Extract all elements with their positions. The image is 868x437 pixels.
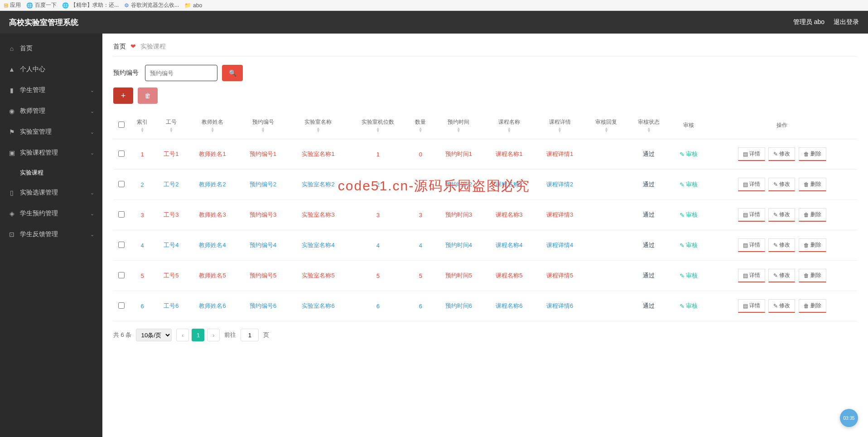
cell-yuyue[interactable]: 预约编号1 (238, 139, 289, 170)
audit-link[interactable]: ✎ 审核 (680, 302, 698, 310)
column-header[interactable]: 预约时间▲▼ (434, 112, 484, 139)
delete-row-button[interactable]: 🗑 删除 (799, 178, 826, 191)
sidebar-item-实验选课管理[interactable]: ▯实验选课管理⌄ (0, 182, 102, 203)
add-button[interactable]: + (113, 87, 133, 104)
cell-course[interactable]: 课程名称2 (484, 170, 535, 200)
sidebar-item-学生预约管理[interactable]: ◈学生预约管理⌄ (0, 203, 102, 224)
cell-detail[interactable]: 课程详情6 (535, 291, 585, 321)
detail-button[interactable]: ▤ 详情 (738, 208, 765, 222)
page-size-select[interactable]: 10条/页 (136, 329, 172, 341)
select-all-checkbox[interactable] (118, 121, 125, 128)
goto-page-input[interactable] (241, 329, 259, 341)
row-checkbox[interactable] (118, 211, 125, 218)
delete-row-button[interactable]: 🗑 删除 (799, 299, 826, 313)
logout-link[interactable]: 退出登录 (834, 18, 859, 26)
delete-row-button[interactable]: 🗑 删除 (799, 269, 826, 282)
cell-detail[interactable]: 课程详情2 (535, 170, 585, 200)
cell-gonghao[interactable]: 工号6 (155, 291, 187, 321)
column-header[interactable]: 课程详情▲▼ (535, 112, 585, 139)
column-header[interactable]: 教师姓名▲▼ (187, 112, 238, 139)
sidebar-item-学生反馈管理[interactable]: ⊡学生反馈管理⌄ (0, 224, 102, 245)
cell-time[interactable]: 预约时间5 (434, 261, 484, 291)
cell-yuyue[interactable]: 预约编号6 (238, 291, 289, 321)
cell-time[interactable]: 预约时间6 (434, 291, 484, 321)
cell-time[interactable]: 预约时间4 (434, 230, 484, 261)
cell-lab[interactable]: 实验室名称1 (289, 139, 348, 170)
audit-link[interactable]: ✎ 审核 (680, 272, 698, 280)
detail-button[interactable]: ▤ 详情 (738, 147, 765, 161)
detail-button[interactable]: ▤ 详情 (738, 269, 765, 282)
cell-teacher[interactable]: 教师姓名6 (187, 291, 238, 321)
cell-time[interactable]: 预约时间2 (434, 170, 484, 200)
delete-row-button[interactable]: 🗑 删除 (799, 208, 826, 222)
column-header[interactable]: 索引▲▼ (130, 112, 155, 139)
bookmark-apps[interactable]: ⊞应用 (4, 1, 21, 9)
column-header[interactable]: 预约编号▲▼ (238, 112, 289, 139)
edit-button[interactable]: ✎ 修改 (768, 178, 795, 191)
delete-button[interactable]: 🗑 (138, 87, 158, 104)
column-header[interactable]: 实验室名称▲▼ (289, 112, 348, 139)
column-header[interactable]: 审核状态▲▼ (627, 112, 670, 139)
edit-button[interactable]: ✎ 修改 (768, 269, 795, 282)
cell-lab[interactable]: 实验室名称5 (289, 261, 348, 291)
cell-gonghao[interactable]: 工号2 (155, 170, 187, 200)
prev-page-button[interactable]: ‹ (176, 329, 189, 341)
row-checkbox[interactable] (118, 242, 125, 248)
cell-gonghao[interactable]: 工号3 (155, 200, 187, 230)
cell-gonghao[interactable]: 工号5 (155, 261, 187, 291)
cell-lab[interactable]: 实验室名称6 (289, 291, 348, 321)
audit-link[interactable]: ✎ 审核 (680, 211, 698, 219)
column-header[interactable]: 实验室机位数▲▼ (348, 112, 408, 139)
sidebar-subitem-实验课程[interactable]: 实验课程 (0, 163, 102, 182)
cell-course[interactable]: 课程名称4 (484, 230, 535, 261)
edit-button[interactable]: ✎ 修改 (768, 208, 795, 222)
detail-button[interactable]: ▤ 详情 (738, 299, 765, 313)
search-button[interactable]: 🔍 (222, 65, 243, 81)
row-checkbox[interactable] (118, 302, 125, 309)
cell-detail[interactable]: 课程详情5 (535, 261, 585, 291)
edit-button[interactable]: ✎ 修改 (768, 147, 795, 161)
cell-yuyue[interactable]: 预约编号2 (238, 170, 289, 200)
column-header[interactable]: 工号▲▼ (155, 112, 187, 139)
column-header[interactable]: 审核回复▲▼ (585, 112, 627, 139)
row-checkbox[interactable] (118, 151, 125, 157)
cell-teacher[interactable]: 教师姓名4 (187, 230, 238, 261)
breadcrumb-home[interactable]: 首页 (113, 43, 126, 50)
bookmark-jinghua[interactable]: 🌐【精华】求助：还... (62, 1, 119, 9)
bookmark-baidu[interactable]: 🌐百度一下 (26, 1, 57, 9)
cell-yuyue[interactable]: 预约编号4 (238, 230, 289, 261)
audit-link[interactable]: ✎ 审核 (680, 150, 698, 158)
cell-course[interactable]: 课程名称1 (484, 139, 535, 170)
delete-row-button[interactable]: 🗑 删除 (799, 147, 826, 161)
cell-time[interactable]: 预约时间3 (434, 200, 484, 230)
cell-course[interactable]: 课程名称6 (484, 291, 535, 321)
sidebar-item-学生管理[interactable]: ▮学生管理⌄ (0, 80, 102, 101)
cell-time[interactable]: 预约时间1 (434, 139, 484, 170)
cell-detail[interactable]: 课程详情3 (535, 200, 585, 230)
cell-teacher[interactable]: 教师姓名2 (187, 170, 238, 200)
admin-label[interactable]: 管理员 abo (793, 18, 825, 26)
cell-teacher[interactable]: 教师姓名3 (187, 200, 238, 230)
cell-lab[interactable]: 实验室名称2 (289, 170, 348, 200)
delete-row-button[interactable]: 🗑 删除 (799, 238, 826, 252)
edit-button[interactable]: ✎ 修改 (768, 238, 795, 252)
bookmark-abo[interactable]: 📁abo (184, 2, 202, 9)
detail-button[interactable]: ▤ 详情 (738, 178, 765, 191)
cell-detail[interactable]: 课程详情4 (535, 230, 585, 261)
column-header[interactable]: 数量▲▼ (408, 112, 433, 139)
bookmark-google[interactable]: ⚙谷歌浏览器怎么收... (124, 1, 179, 9)
column-header[interactable]: 课程名称▲▼ (484, 112, 535, 139)
cell-lab[interactable]: 实验室名称3 (289, 200, 348, 230)
detail-button[interactable]: ▤ 详情 (738, 238, 765, 252)
cell-gonghao[interactable]: 工号4 (155, 230, 187, 261)
sidebar-item-实验课程管理[interactable]: ▣实验课程管理⌄ (0, 142, 102, 163)
sidebar-item-教师管理[interactable]: ◉教师管理⌄ (0, 101, 102, 121)
next-page-button[interactable]: › (207, 329, 220, 341)
cell-course[interactable]: 课程名称5 (484, 261, 535, 291)
cell-gonghao[interactable]: 工号1 (155, 139, 187, 170)
sidebar-item-个人中心[interactable]: ▲个人中心 (0, 59, 102, 80)
search-input[interactable] (145, 65, 217, 81)
cell-yuyue[interactable]: 预约编号5 (238, 261, 289, 291)
page-number-button[interactable]: 1 (192, 329, 204, 341)
audit-link[interactable]: ✎ 审核 (680, 241, 698, 249)
